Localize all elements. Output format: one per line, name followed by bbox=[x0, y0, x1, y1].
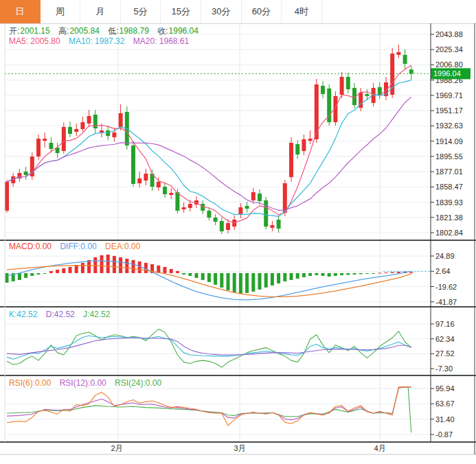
svg-text:2043.88: 2043.88 bbox=[435, 30, 463, 38]
svg-text:-19.62: -19.62 bbox=[435, 283, 457, 291]
svg-text:31.40: 31.40 bbox=[435, 415, 455, 424]
tab-week[interactable]: 周 bbox=[41, 0, 81, 23]
svg-text:1821.38: 1821.38 bbox=[435, 213, 463, 222]
ma20-value: MA20: 1968.61 bbox=[133, 36, 189, 46]
tab-5min[interactable]: 5分 bbox=[121, 0, 161, 23]
svg-text:1858.47: 1858.47 bbox=[435, 183, 463, 191]
svg-text:1951.17: 1951.17 bbox=[435, 106, 463, 115]
ohlc-readout: 开:2001.15 高:2005.84 低:1988.79 收:1996.04 bbox=[9, 25, 205, 37]
svg-text:1932.63: 1932.63 bbox=[435, 121, 463, 130]
k-value: K:42.52 bbox=[9, 310, 37, 319]
svg-text:97.16: 97.16 bbox=[435, 320, 455, 328]
close-value: 1996.04 bbox=[169, 26, 199, 36]
tab-4hour[interactable]: 4时 bbox=[282, 0, 322, 23]
open-value: 2001.15 bbox=[20, 26, 49, 36]
high-label: 高: bbox=[58, 26, 69, 36]
svg-text:1996.04: 1996.04 bbox=[433, 69, 461, 78]
ma-readout: MA5: 2005.80 MA10: 1987.32 MA20: 1968.61 bbox=[9, 36, 195, 46]
svg-text:1895.55: 1895.55 bbox=[435, 152, 463, 161]
high-value: 2005.84 bbox=[69, 26, 99, 36]
d-value: D:42.52 bbox=[46, 310, 75, 319]
diff-value: DIFF:0.00 bbox=[60, 242, 96, 251]
tab-15min[interactable]: 15分 bbox=[161, 0, 201, 23]
svg-text:4月: 4月 bbox=[374, 444, 385, 452]
svg-text:2月: 2月 bbox=[111, 444, 122, 452]
low-label: 低: bbox=[108, 26, 118, 36]
tab-day[interactable]: 日 bbox=[0, 0, 41, 23]
svg-text:24.89: 24.89 bbox=[435, 252, 455, 260]
kdj-readout: K:42.52 D:42.52 J:42.52 bbox=[9, 310, 116, 319]
svg-text:1802.84: 1802.84 bbox=[435, 229, 463, 237]
rsi12-value: RSI(12):0.00 bbox=[60, 378, 106, 388]
svg-text:62.34: 62.34 bbox=[435, 335, 455, 343]
rsi24-value: RSI(24):0.00 bbox=[115, 378, 161, 388]
svg-text:63.67: 63.67 bbox=[435, 399, 455, 408]
macd-value: MACD:0.00 bbox=[9, 242, 52, 251]
svg-text:3月: 3月 bbox=[234, 444, 245, 452]
chart-canvas[interactable]: 2043.882025.342006.801988.261969.711951.… bbox=[0, 23, 476, 456]
svg-text:2025.34: 2025.34 bbox=[435, 45, 463, 54]
open-label: 开: bbox=[9, 26, 19, 36]
svg-text:-0.87: -0.87 bbox=[435, 430, 453, 439]
svg-text:2.64: 2.64 bbox=[435, 267, 450, 275]
ma10-value: MA10: 1987.32 bbox=[69, 36, 124, 46]
low-value: 1988.79 bbox=[120, 26, 149, 36]
svg-text:27.52: 27.52 bbox=[435, 349, 455, 358]
svg-text:-7.30: -7.30 bbox=[435, 364, 453, 373]
svg-text:1969.71: 1969.71 bbox=[435, 91, 463, 100]
macd-readout: MACD:0.00 DIFF:0.00 DEA:0.00 bbox=[9, 242, 146, 251]
j-value: J:42.52 bbox=[83, 310, 110, 319]
close-label: 收: bbox=[157, 26, 168, 36]
trading-chart-app: 日周月5分15分30分60分4时 开:2001.15 高:2005.84 低:1… bbox=[0, 0, 476, 464]
svg-text:1914.09: 1914.09 bbox=[435, 137, 463, 146]
tab-60min[interactable]: 60分 bbox=[242, 0, 282, 23]
svg-text:2006.80: 2006.80 bbox=[435, 60, 463, 69]
ma5-value: MA5: 2005.80 bbox=[9, 36, 60, 46]
svg-text:1877.01: 1877.01 bbox=[435, 167, 463, 176]
svg-text:-41.87: -41.87 bbox=[435, 298, 457, 306]
timeframe-tab-bar: 日周月5分15分30分60分4时 bbox=[0, 0, 476, 24]
rsi-readout: RSI(6):0.00 RSI(12):0.00 RSI(24):0.00 bbox=[9, 378, 168, 388]
svg-text:1839.93: 1839.93 bbox=[435, 198, 463, 207]
tab-30min[interactable]: 30分 bbox=[201, 0, 242, 23]
dea-value: DEA:0.00 bbox=[105, 242, 140, 251]
tab-month[interactable]: 月 bbox=[80, 0, 121, 23]
rsi6-value: RSI(6):0.00 bbox=[9, 378, 51, 388]
svg-text:95.94: 95.94 bbox=[435, 384, 455, 393]
